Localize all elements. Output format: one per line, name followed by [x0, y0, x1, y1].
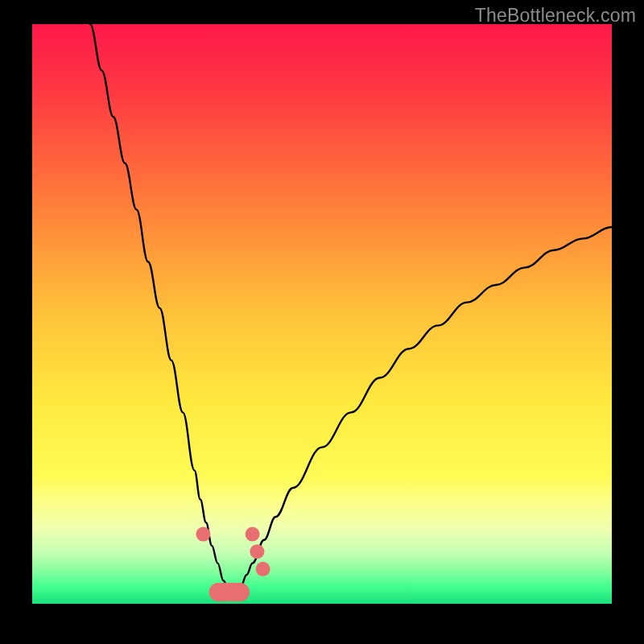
marker-group [196, 527, 270, 602]
marker-dot [196, 527, 210, 542]
marker-dot [256, 562, 270, 576]
marker-bar [209, 583, 250, 601]
bottleneck-curve [90, 24, 612, 592]
chart-frame: TheBottleneck.com [0, 0, 644, 644]
watermark-text: TheBottleneck.com [475, 5, 636, 27]
marker-dot [250, 544, 264, 559]
chart-svg [32, 24, 612, 604]
marker-dot [246, 527, 260, 542]
